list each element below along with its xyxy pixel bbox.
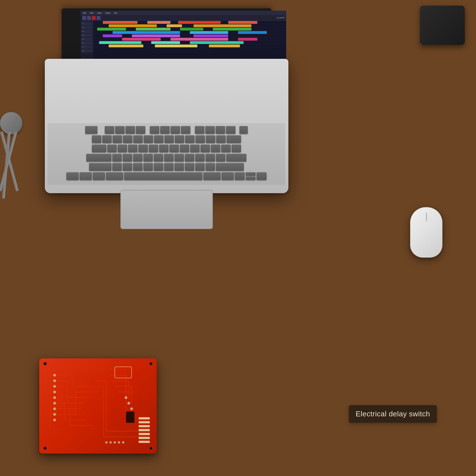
mount-hole-tr bbox=[149, 362, 153, 366]
key-x[interactable] bbox=[123, 163, 132, 171]
key-minus[interactable] bbox=[206, 135, 215, 143]
mouse[interactable] bbox=[410, 207, 442, 258]
key-option-right[interactable] bbox=[221, 172, 234, 180]
key-esc[interactable] bbox=[85, 126, 97, 134]
key-q[interactable] bbox=[107, 144, 117, 152]
key-option[interactable] bbox=[93, 172, 105, 180]
key-l[interactable] bbox=[195, 154, 205, 162]
key-arrow-left[interactable] bbox=[235, 172, 245, 180]
key-y[interactable] bbox=[159, 144, 169, 152]
key-s[interactable] bbox=[123, 154, 132, 162]
key-i[interactable] bbox=[180, 144, 189, 152]
key-f3[interactable] bbox=[125, 126, 135, 134]
key-return[interactable] bbox=[226, 154, 246, 162]
key-capslock[interactable] bbox=[86, 154, 111, 162]
key-period[interactable] bbox=[195, 163, 205, 171]
key-comma[interactable] bbox=[185, 163, 194, 171]
key-tab[interactable] bbox=[92, 144, 106, 152]
daw-stop-btn[interactable] bbox=[87, 16, 91, 20]
key-9[interactable] bbox=[185, 135, 195, 143]
key-f12[interactable] bbox=[226, 126, 235, 134]
key-8[interactable] bbox=[175, 135, 184, 143]
key-3[interactable] bbox=[123, 135, 132, 143]
key-slash[interactable] bbox=[206, 163, 215, 171]
key-cmd-right[interactable] bbox=[203, 172, 221, 180]
block-1-1 bbox=[103, 21, 137, 24]
trackpad[interactable] bbox=[120, 190, 213, 229]
key-arrow-up[interactable] bbox=[246, 172, 256, 176]
device-topright bbox=[420, 6, 465, 45]
key-4[interactable] bbox=[133, 135, 143, 143]
key-f1[interactable] bbox=[105, 126, 114, 134]
key-f2[interactable] bbox=[115, 126, 125, 134]
key-r[interactable] bbox=[138, 144, 148, 152]
key-fn[interactable] bbox=[66, 172, 79, 180]
key-f[interactable] bbox=[143, 154, 153, 162]
key-delete[interactable] bbox=[227, 135, 241, 143]
key-v[interactable] bbox=[143, 163, 153, 171]
key-arrow-down[interactable] bbox=[246, 176, 256, 180]
tripod-stand bbox=[0, 112, 28, 213]
key-z[interactable] bbox=[112, 163, 122, 171]
key-2[interactable] bbox=[113, 135, 122, 143]
key-c[interactable] bbox=[133, 163, 143, 171]
daw-menu-file[interactable]: File bbox=[82, 12, 87, 14]
key-f6[interactable] bbox=[160, 126, 170, 134]
key-backtick[interactable] bbox=[92, 135, 101, 143]
daw-play-btn[interactable] bbox=[82, 16, 86, 20]
key-0[interactable] bbox=[195, 135, 205, 143]
daw-menu-view[interactable]: View bbox=[96, 12, 102, 14]
key-shift-right[interactable] bbox=[216, 163, 244, 171]
key-f10[interactable] bbox=[205, 126, 215, 134]
key-f5[interactable] bbox=[150, 126, 159, 134]
svg-rect-5 bbox=[139, 429, 150, 431]
key-spacebar[interactable] bbox=[124, 172, 202, 180]
daw-menu-mix[interactable]: Mix bbox=[113, 12, 118, 14]
daw-loop-btn[interactable] bbox=[97, 16, 101, 20]
key-bracket-right[interactable] bbox=[221, 144, 231, 152]
key-1[interactable] bbox=[102, 135, 112, 143]
key-a[interactable] bbox=[112, 154, 122, 162]
key-b[interactable] bbox=[154, 163, 163, 171]
svg-point-13 bbox=[53, 385, 56, 388]
key-semicolon[interactable] bbox=[206, 154, 215, 162]
key-bracket-left[interactable] bbox=[211, 144, 220, 152]
key-m[interactable] bbox=[174, 163, 184, 171]
key-equals[interactable] bbox=[216, 135, 226, 143]
key-o[interactable] bbox=[190, 144, 200, 152]
key-t[interactable] bbox=[149, 144, 158, 152]
key-cmd-left[interactable] bbox=[106, 172, 123, 180]
block-7-1 bbox=[99, 41, 142, 44]
svg-point-23 bbox=[105, 441, 108, 444]
key-k[interactable] bbox=[185, 154, 194, 162]
key-u[interactable] bbox=[169, 144, 179, 152]
key-d[interactable] bbox=[133, 154, 143, 162]
key-n[interactable] bbox=[164, 163, 174, 171]
key-g[interactable] bbox=[154, 154, 163, 162]
daw-record-btn[interactable] bbox=[92, 16, 96, 20]
daw-menu-edit[interactable]: Edit bbox=[89, 12, 94, 14]
key-e[interactable] bbox=[128, 144, 137, 152]
key-shift-left[interactable] bbox=[89, 163, 111, 171]
key-6[interactable] bbox=[154, 135, 164, 143]
track-row-1 bbox=[93, 21, 286, 24]
key-power[interactable] bbox=[239, 126, 248, 134]
key-7[interactable] bbox=[164, 135, 174, 143]
key-j[interactable] bbox=[174, 154, 184, 162]
key-ctrl[interactable] bbox=[80, 172, 92, 180]
key-f4[interactable] bbox=[136, 126, 145, 134]
key-p[interactable] bbox=[200, 144, 210, 152]
key-f9[interactable] bbox=[195, 126, 204, 134]
key-f7[interactable] bbox=[171, 126, 180, 134]
key-f8[interactable] bbox=[181, 126, 190, 134]
key-arrow-right[interactable] bbox=[256, 172, 267, 180]
svg-rect-8 bbox=[139, 441, 150, 443]
key-f11[interactable] bbox=[216, 126, 225, 134]
circuit-traces bbox=[39, 358, 157, 454]
key-quote[interactable] bbox=[216, 154, 225, 162]
daw-menu-track[interactable]: Track bbox=[104, 12, 111, 14]
key-backslash[interactable] bbox=[232, 144, 241, 152]
key-h[interactable] bbox=[164, 154, 174, 162]
key-w[interactable] bbox=[118, 144, 127, 152]
key-5[interactable] bbox=[144, 135, 153, 143]
